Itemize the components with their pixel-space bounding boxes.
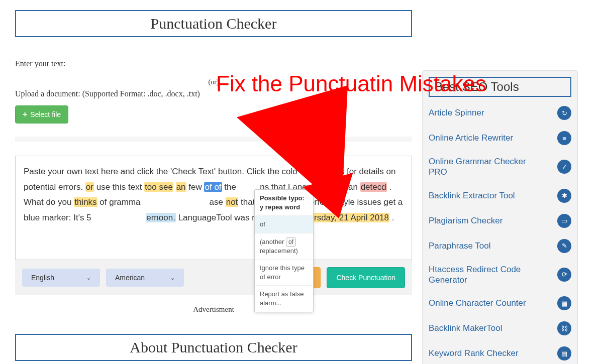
- tool-icon: ↻: [557, 106, 571, 120]
- text-segment: the: [224, 182, 238, 192]
- tooltip-suggestion[interactable]: of: [255, 216, 313, 233]
- text-segment: few: [188, 182, 204, 192]
- sidebar-item-3[interactable]: Backlink Extractor Tool✱: [429, 189, 571, 203]
- sidebar-item-9[interactable]: Keyword Rank Checker▤: [429, 346, 571, 360]
- highlight-too-see[interactable]: too see: [144, 182, 173, 192]
- sidebar: Best SEO Tools Article Spinner↻Online Ar…: [422, 70, 578, 364]
- sidebar-item-8[interactable]: Backlink MakerTool⛓: [429, 321, 571, 335]
- plus-icon: +: [23, 110, 27, 119]
- highlight-detecd[interactable]: detecd: [360, 182, 387, 192]
- tool-icon: ≡: [557, 131, 571, 145]
- tooltip-ignore[interactable]: Ignore this type of error: [255, 260, 313, 286]
- text-segment: of gramma: [99, 197, 140, 207]
- of-pill: of: [286, 237, 296, 247]
- highlight-or[interactable]: or: [85, 182, 94, 192]
- highlight-afternoon[interactable]: ernoon.: [146, 213, 176, 222]
- enter-text-label: Enter your text:: [15, 59, 412, 68]
- tooltip-header: Possible typo: y repea word: [255, 190, 313, 216]
- controls-bar: English ⌄ American ⌄ Check Punctuation: [15, 260, 412, 295]
- upload-label: Upload a document: (Supported Format: .d…: [15, 89, 412, 98]
- text-segment: use this text: [96, 182, 144, 192]
- sidebar-title: Best SEO Tools: [429, 77, 571, 97]
- error-tooltip: Possible typo: y repea word of (another …: [254, 189, 314, 312]
- tool-icon: ✎: [557, 239, 571, 253]
- check-punctuation-button[interactable]: Check Punctuation: [327, 267, 405, 288]
- sidebar-item-label: Online Character Counter: [429, 298, 526, 308]
- sidebar-item-4[interactable]: Plagiarism Checker▭: [429, 214, 571, 228]
- highlight-thinks[interactable]: thinks: [74, 197, 97, 207]
- language-label: English: [31, 274, 54, 282]
- sidebar-item-0[interactable]: Article Spinner↻: [429, 106, 571, 120]
- text-segment: ase: [210, 197, 226, 207]
- sidebar-item-label: Backlink MakerTool: [429, 323, 502, 333]
- text-segment: Paste your own text here and click the '…: [24, 167, 297, 176]
- sidebar-item-label: Keyword Rank Checker: [429, 348, 519, 358]
- language-dropdown[interactable]: English ⌄: [22, 269, 100, 287]
- sidebar-item-1[interactable]: Online Article Rewriter≡: [429, 131, 571, 145]
- tool-icon: ▤: [557, 346, 571, 360]
- sidebar-item-label: Paraphrase Tool: [429, 240, 491, 251]
- variant-dropdown[interactable]: American ⌄: [106, 269, 184, 287]
- tooltip-another-replacement[interactable]: (another of replacement): [255, 233, 313, 260]
- sidebar-item-label: Online Article Rewriter: [429, 133, 513, 143]
- tool-icon: ⟳: [557, 268, 571, 282]
- about-title: About Punctuation Checker: [15, 334, 412, 361]
- chevron-down-icon: ⌄: [170, 275, 175, 281]
- select-file-label: Select file: [30, 110, 61, 118]
- or-separator: (or): [15, 78, 412, 86]
- tooltip-report[interactable]: Report as false alarm...: [255, 286, 313, 311]
- separator-bar: [15, 137, 412, 142]
- sidebar-item-6[interactable]: Htaccess Redirect Code Generator⟳: [429, 264, 571, 286]
- tool-icon: ▦: [557, 296, 571, 310]
- highlight-of-of[interactable]: of of: [204, 182, 222, 192]
- sidebar-item-7[interactable]: Online Character Counter▦: [429, 296, 571, 310]
- sidebar-item-5[interactable]: Paraphrase Tool✎: [429, 239, 571, 253]
- sidebar-item-label: Backlink Extractor Tool: [429, 190, 515, 201]
- select-file-button[interactable]: + Select file: [15, 105, 68, 124]
- page-title: Punctuation Checker: [15, 10, 412, 37]
- sidebar-item-label: Online Grammar Checker PRO: [429, 156, 534, 178]
- highlight-not[interactable]: not: [226, 197, 239, 207]
- tool-icon: ▭: [557, 214, 571, 228]
- sidebar-item-label: Htaccess Redirect Code Generator: [429, 264, 534, 286]
- tool-icon: ✱: [557, 189, 571, 203]
- variant-label: American: [115, 274, 145, 282]
- text-segment: .: [392, 213, 394, 222]
- tool-icon: ✓: [557, 160, 571, 174]
- sidebar-item-label: Article Spinner: [429, 107, 484, 118]
- sidebar-item-2[interactable]: Online Grammar Checker PRO✓: [429, 156, 571, 178]
- highlight-an[interactable]: an: [176, 182, 186, 192]
- tool-icon: ⛓: [557, 321, 571, 335]
- text-editor[interactable]: Paste your own text here and click the '…: [15, 156, 412, 260]
- sidebar-item-label: Plagiarism Checker: [429, 215, 502, 226]
- advertisement-label: Advertisment: [15, 305, 412, 314]
- chevron-down-icon: ⌄: [86, 275, 91, 281]
